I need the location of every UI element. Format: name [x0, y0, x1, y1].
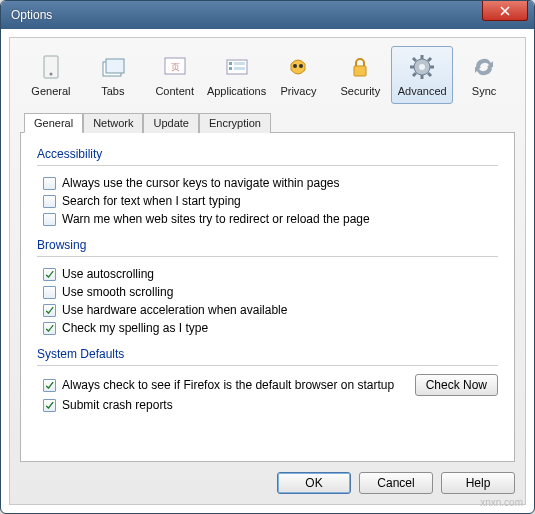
svg-text:页: 页: [170, 62, 179, 72]
chk-smooth-scroll[interactable]: Use smooth scrolling: [37, 283, 498, 301]
subtab-network[interactable]: Network: [83, 113, 143, 133]
privacy-icon: [282, 51, 314, 83]
toolbar-general[interactable]: General: [20, 46, 82, 104]
toolbar-applications-label: Applications: [207, 85, 266, 97]
options-dialog: Options General Tabs 页 Content Applicati…: [0, 0, 535, 514]
checkbox-icon: [43, 379, 56, 392]
window-title: Options: [11, 8, 482, 22]
chk-hw-accel[interactable]: Use hardware acceleration when available: [37, 301, 498, 319]
ok-button[interactable]: OK: [277, 472, 351, 494]
toolbar-tabs[interactable]: Tabs: [82, 46, 144, 104]
toolbar-content[interactable]: 页 Content: [144, 46, 206, 104]
titlebar: Options: [1, 1, 534, 29]
subtab-update[interactable]: Update: [143, 113, 198, 133]
check-now-button[interactable]: Check Now: [415, 374, 498, 396]
toolbar-privacy-label: Privacy: [280, 85, 316, 97]
chk-search-typing[interactable]: Search for text when I start typing: [37, 192, 498, 210]
content-icon: 页: [159, 51, 191, 83]
close-button[interactable]: [482, 1, 528, 21]
lock-icon: [344, 51, 376, 83]
svg-rect-8: [229, 67, 232, 70]
chk-cursor-keys[interactable]: Always use the cursor keys to navigate w…: [37, 174, 498, 192]
settings-panel: Accessibility Always use the cursor keys…: [20, 133, 515, 462]
svg-line-20: [413, 58, 416, 61]
group-browsing-title: Browsing: [37, 238, 498, 254]
toolbar-advanced[interactable]: Advanced: [391, 46, 453, 104]
gear-icon: [406, 51, 438, 83]
subtabs: General Network Update Encryption: [20, 112, 515, 133]
toolbar-security-label: Security: [340, 85, 380, 97]
cancel-button[interactable]: Cancel: [359, 472, 433, 494]
chk-default-browser[interactable]: Always check to see if Firefox is the de…: [37, 376, 394, 394]
svg-rect-10: [234, 67, 245, 70]
toolbar-applications[interactable]: Applications: [206, 46, 268, 104]
toolbar-security[interactable]: Security: [329, 46, 391, 104]
toolbar-tabs-label: Tabs: [101, 85, 124, 97]
checkbox-icon: [43, 268, 56, 281]
group-system-defaults: System Defaults Always check to see if F…: [37, 347, 498, 414]
group-accessibility: Accessibility Always use the cursor keys…: [37, 147, 498, 228]
general-icon: [35, 51, 67, 83]
svg-line-23: [413, 73, 416, 76]
svg-point-15: [419, 64, 425, 70]
toolbar-sync-label: Sync: [472, 85, 496, 97]
svg-point-11: [293, 64, 297, 68]
toolbar-general-label: General: [31, 85, 70, 97]
group-browsing: Browsing Use autoscrolling Use smooth sc…: [37, 238, 498, 337]
svg-line-22: [428, 58, 431, 61]
toolbar-advanced-label: Advanced: [398, 85, 447, 97]
svg-rect-3: [106, 59, 124, 73]
svg-point-12: [299, 64, 303, 68]
tabs-icon: [97, 51, 129, 83]
chk-spelling[interactable]: Check my spelling as I type: [37, 319, 498, 337]
checkbox-icon: [43, 286, 56, 299]
applications-icon: [221, 51, 253, 83]
sync-icon: [468, 51, 500, 83]
checkbox-icon: [43, 195, 56, 208]
toolbar-sync[interactable]: Sync: [453, 46, 515, 104]
svg-line-21: [428, 73, 431, 76]
chk-autoscroll[interactable]: Use autoscrolling: [37, 265, 498, 283]
toolbar-privacy[interactable]: Privacy: [268, 46, 330, 104]
svg-point-1: [49, 73, 52, 76]
group-accessibility-title: Accessibility: [37, 147, 498, 163]
checkbox-icon: [43, 322, 56, 335]
checkbox-icon: [43, 177, 56, 190]
checkbox-icon: [43, 213, 56, 226]
svg-rect-13: [354, 66, 366, 76]
help-button[interactable]: Help: [441, 472, 515, 494]
group-defaults-title: System Defaults: [37, 347, 498, 363]
subtab-general[interactable]: General: [24, 113, 83, 133]
subtab-encryption[interactable]: Encryption: [199, 113, 271, 133]
category-toolbar: General Tabs 页 Content Applications Priv…: [20, 46, 515, 104]
dialog-buttons: OK Cancel Help: [20, 462, 515, 494]
close-icon: [500, 6, 510, 16]
chk-crash-reports[interactable]: Submit crash reports: [37, 396, 498, 414]
toolbar-content-label: Content: [155, 85, 194, 97]
checkbox-icon: [43, 399, 56, 412]
svg-rect-9: [234, 62, 245, 65]
chk-warn-redirect[interactable]: Warn me when web sites try to redirect o…: [37, 210, 498, 228]
svg-rect-7: [229, 62, 232, 65]
checkbox-icon: [43, 304, 56, 317]
